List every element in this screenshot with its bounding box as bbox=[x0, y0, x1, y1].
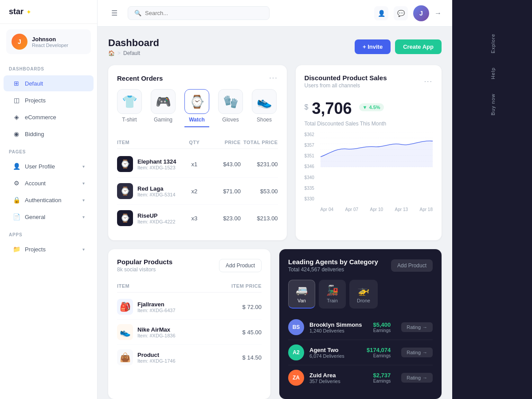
chevron-down-icon: ▾ bbox=[82, 164, 85, 169]
col-total: TOTAL PRICE bbox=[241, 140, 278, 145]
agents-subtitle: Total 424,567 deliveries bbox=[288, 266, 378, 273]
x-label: Apr 04 bbox=[321, 207, 333, 212]
agent-avatar: A2 bbox=[288, 344, 304, 360]
search-input[interactable] bbox=[145, 10, 263, 16]
logo: star ✦ bbox=[0, 0, 97, 24]
sidebar-item-user-profile[interactable]: 👤 User Profile ▾ bbox=[4, 158, 94, 174]
topbar-icon-2[interactable]: 💬 bbox=[394, 6, 408, 20]
item-info: 👜 Product Item: #XDG-1746 bbox=[117, 349, 213, 365]
agent-name: Agent Two bbox=[309, 347, 344, 353]
page-content: Dashboard 🏠 > Default + Invite Create Ap… bbox=[98, 27, 452, 399]
right-panel-explore[interactable]: Explore bbox=[452, 27, 532, 60]
x-label: Apr 07 bbox=[345, 207, 358, 212]
breadcrumb: 🏠 > Default bbox=[108, 50, 159, 56]
agent-avatar: BS bbox=[288, 319, 304, 335]
create-app-button[interactable]: Create App bbox=[395, 39, 442, 54]
agent-row: ZA Zuid Area 357 Deliveries $2,737 Earni… bbox=[288, 365, 433, 390]
col-price: PRICE bbox=[210, 140, 241, 145]
cat-tab-van[interactable]: 🚐 Van bbox=[288, 280, 315, 309]
agents-add-product-button[interactable]: Add Product bbox=[391, 259, 433, 272]
agent-avatar: ZA bbox=[288, 370, 304, 386]
sidebar-item-bidding[interactable]: ◉ Bidding bbox=[4, 126, 94, 142]
chevron-down-icon: ▾ bbox=[82, 198, 85, 203]
sidebar-item-label: User Profile bbox=[25, 163, 55, 170]
sidebar-item-label: Projects bbox=[25, 97, 46, 104]
right-panel-buy[interactable]: Buy now bbox=[452, 86, 532, 122]
topbar-user-avatar[interactable]: J bbox=[413, 5, 429, 21]
dots-menu-icon[interactable]: ··· bbox=[269, 74, 278, 82]
train-icon: 🚂 bbox=[326, 285, 338, 296]
table-row: ⌚ Red Laga Item: #XDG-5314 x2 $71.00 $53… bbox=[117, 178, 278, 205]
product-name: Product bbox=[137, 352, 176, 358]
discount-amount: 3,706 bbox=[312, 99, 352, 118]
item-qty: x1 bbox=[179, 161, 210, 168]
topbar-icon-1[interactable]: 👤 bbox=[374, 6, 388, 20]
discount-total-label: Total Discounted Sales This Month bbox=[305, 121, 433, 127]
cat-tab-train[interactable]: 🚂 Train bbox=[319, 280, 346, 309]
arrow-right-icon[interactable]: → bbox=[434, 9, 442, 17]
rating-button[interactable]: Rating → bbox=[401, 322, 433, 332]
sidebar-item-label: Bidding bbox=[25, 131, 44, 137]
rating-button[interactable]: Rating → bbox=[401, 373, 433, 383]
sidebar-item-ecommerce[interactable]: ◈ eCommerce bbox=[4, 109, 94, 125]
arrow-right-icon: → bbox=[422, 325, 427, 330]
popular-subtitle: 8k social visitors bbox=[117, 266, 172, 273]
buy-now-label: Buy now bbox=[490, 94, 496, 115]
cat-tab-van-label: Van bbox=[297, 298, 306, 303]
tab-watch[interactable]: ⌚ Watch bbox=[184, 89, 209, 127]
chart-y-labels: $362 $357 $351 $346 $340 $335 $330 bbox=[305, 132, 314, 201]
topbar-right: 👤 💬 J → bbox=[374, 5, 442, 21]
popular-products-card: Popular Products 8k social visitors Add … bbox=[108, 249, 270, 399]
add-product-button[interactable]: Add Product bbox=[219, 259, 262, 272]
account-icon: ⚙ bbox=[12, 179, 20, 187]
grid-icon: ⊞ bbox=[12, 79, 20, 87]
table-row: ⌚ Elephant 1324 Item: #XDG-1523 x1 $43.0… bbox=[117, 151, 278, 178]
rating-button[interactable]: Rating → bbox=[401, 348, 433, 357]
sidebar-item-default[interactable]: ⊞ Default bbox=[4, 75, 94, 91]
discount-title: Discounted Product Sales bbox=[305, 74, 387, 82]
user-profile-card[interactable]: J Johnson React Developer bbox=[6, 29, 91, 54]
tab-gaming[interactable]: 🎮 Gaming bbox=[151, 89, 176, 127]
page-title: Dashboard bbox=[108, 37, 159, 49]
cat-tab-train-label: Train bbox=[327, 298, 338, 303]
tab-shoes[interactable]: 👟 Shoes bbox=[252, 89, 277, 127]
right-panel-help[interactable]: Help bbox=[452, 60, 532, 86]
cat-tab-drone[interactable]: 🚁 Drone bbox=[349, 280, 378, 309]
collapse-sidebar-button[interactable]: ☰ bbox=[108, 7, 121, 20]
dashboards-section-label: DASHBOARDS bbox=[0, 59, 97, 75]
sidebar-item-apps-projects[interactable]: 📁 Projects ▾ bbox=[4, 241, 94, 257]
sidebar-item-general[interactable]: 📄 General ▾ bbox=[4, 209, 94, 225]
product-row: 👟 Nike AirMax Item: #XDG-1836 $ 45.00 bbox=[117, 320, 262, 345]
main-content: ☰ 🔍 👤 💬 J → Dashboard 🏠 > Default bbox=[98, 0, 452, 399]
item-price: $43.00 bbox=[210, 161, 241, 168]
sidebar-item-projects[interactable]: ◫ Projects bbox=[4, 92, 94, 108]
breadcrumb-separator: > bbox=[117, 50, 121, 56]
x-label: Apr 18 bbox=[420, 207, 433, 212]
avatar: J bbox=[12, 34, 27, 50]
bidding-icon: ◉ bbox=[12, 130, 20, 138]
popular-products-header: Popular Products 8k social visitors Add … bbox=[117, 258, 262, 273]
tab-gloves[interactable]: 🧤 Gloves bbox=[218, 89, 243, 127]
products-agents-row: Popular Products 8k social visitors Add … bbox=[108, 249, 442, 399]
invite-button[interactable]: + Invite bbox=[355, 39, 391, 54]
sidebar-item-account[interactable]: ⚙ Account ▾ bbox=[4, 175, 94, 191]
discount-sales-card: Discounted Product Sales Users from all … bbox=[296, 65, 442, 240]
item-info: 👟 Nike AirMax Item: #XDG-1836 bbox=[117, 324, 213, 340]
dots-menu-icon[interactable]: ··· bbox=[424, 78, 433, 86]
agent-earnings-label: Earnings bbox=[373, 379, 391, 383]
col-item: ITEM bbox=[117, 283, 213, 289]
rating-label: Rating bbox=[407, 350, 421, 355]
user-profile-icon: 👤 bbox=[12, 162, 20, 170]
discount-header: Discounted Product Sales Users from all … bbox=[305, 74, 433, 89]
rating-label: Rating bbox=[407, 375, 421, 380]
sidebar-item-label: General bbox=[25, 214, 45, 220]
item-thumb: ⌚ bbox=[117, 183, 133, 199]
watch-icon: ⌚ bbox=[184, 89, 209, 114]
header-actions: + Invite Create App bbox=[355, 39, 442, 54]
y-label: $351 bbox=[305, 153, 314, 158]
sidebar-item-label: Account bbox=[25, 180, 46, 187]
tab-tshirt[interactable]: 👕 T-shirt bbox=[117, 89, 142, 127]
breadcrumb-current: Default bbox=[123, 50, 140, 56]
user-name: Johnson bbox=[32, 36, 68, 43]
sidebar-item-authentication[interactable]: 🔒 Authentication ▾ bbox=[4, 192, 94, 208]
